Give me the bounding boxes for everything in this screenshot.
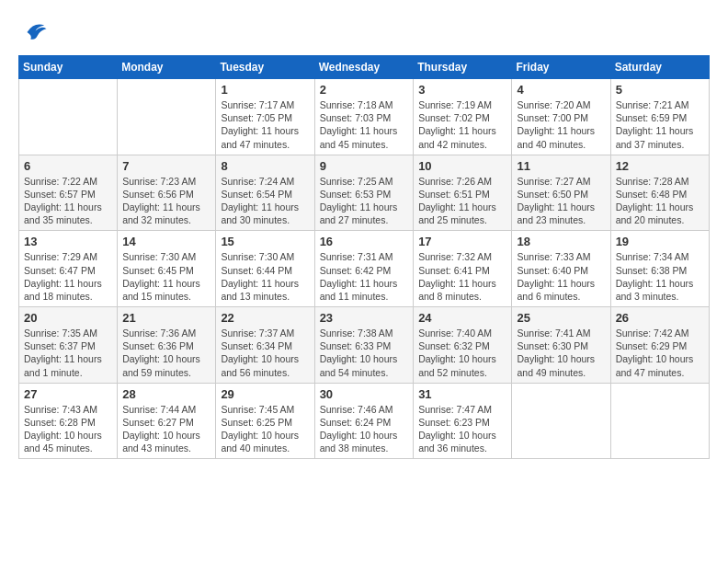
calendar-cell: 30Sunrise: 7:46 AMSunset: 6:24 PMDayligh…: [314, 383, 414, 459]
day-number: 21: [122, 311, 210, 325]
calendar-cell: 2Sunrise: 7:18 AMSunset: 7:03 PMDaylight…: [314, 79, 414, 155]
calendar-cell: 14Sunrise: 7:30 AMSunset: 6:45 PMDayligh…: [118, 231, 216, 307]
day-info: Sunrise: 7:28 AMSunset: 6:48 PMDaylight:…: [616, 175, 704, 227]
day-number: 10: [418, 159, 506, 173]
day-number: 24: [418, 311, 506, 325]
calendar-cell: 22Sunrise: 7:37 AMSunset: 6:34 PMDayligh…: [216, 307, 314, 384]
day-number: 18: [517, 235, 605, 248]
calendar-cell: 26Sunrise: 7:42 AMSunset: 6:29 PMDayligh…: [610, 307, 709, 384]
calendar-cell: 17Sunrise: 7:32 AMSunset: 6:41 PMDayligh…: [414, 231, 512, 307]
weekday-header-monday: Monday: [118, 56, 216, 79]
weekday-header-wednesday: Wednesday: [314, 56, 414, 79]
day-info: Sunrise: 7:20 AMSunset: 7:00 PMDaylight:…: [517, 98, 605, 151]
calendar-cell: 8Sunrise: 7:24 AMSunset: 6:54 PMDaylight…: [216, 155, 314, 231]
page-header: [18, 18, 710, 46]
calendar-cell: 20Sunrise: 7:35 AMSunset: 6:37 PMDayligh…: [19, 307, 118, 384]
day-info: Sunrise: 7:21 AMSunset: 6:59 PMDaylight:…: [616, 98, 704, 151]
calendar-cell: 31Sunrise: 7:47 AMSunset: 6:23 PMDayligh…: [414, 383, 512, 459]
weekday-header-thursday: Thursday: [414, 56, 512, 79]
calendar-week-row: 27Sunrise: 7:43 AMSunset: 6:28 PMDayligh…: [19, 383, 710, 459]
day-number: 20: [24, 311, 112, 325]
calendar-cell: 12Sunrise: 7:28 AMSunset: 6:48 PMDayligh…: [610, 155, 709, 231]
calendar-cell: 25Sunrise: 7:41 AMSunset: 6:30 PMDayligh…: [512, 307, 610, 384]
day-number: 15: [221, 235, 309, 248]
day-number: 22: [221, 311, 309, 325]
day-info: Sunrise: 7:27 AMSunset: 6:50 PMDaylight:…: [517, 175, 605, 227]
day-number: 2: [320, 83, 409, 97]
day-info: Sunrise: 7:26 AMSunset: 6:51 PMDaylight:…: [418, 175, 506, 227]
day-info: Sunrise: 7:24 AMSunset: 6:54 PMDaylight:…: [221, 175, 309, 227]
calendar-cell: 28Sunrise: 7:44 AMSunset: 6:27 PMDayligh…: [118, 383, 216, 459]
calendar-cell: 1Sunrise: 7:17 AMSunset: 7:05 PMDaylight…: [216, 79, 314, 155]
day-number: 25: [517, 311, 605, 325]
calendar-week-row: 13Sunrise: 7:29 AMSunset: 6:47 PMDayligh…: [19, 231, 710, 307]
calendar-cell: 15Sunrise: 7:30 AMSunset: 6:44 PMDayligh…: [216, 231, 314, 307]
logo: [18, 18, 48, 46]
day-info: Sunrise: 7:30 AMSunset: 6:44 PMDaylight:…: [221, 250, 309, 303]
calendar-cell: 6Sunrise: 7:22 AMSunset: 6:57 PMDaylight…: [19, 155, 118, 231]
weekday-header-sunday: Sunday: [19, 56, 118, 79]
calendar-cell: [19, 79, 118, 155]
day-info: Sunrise: 7:30 AMSunset: 6:45 PMDaylight:…: [122, 250, 210, 303]
day-number: 11: [517, 159, 605, 173]
day-info: Sunrise: 7:38 AMSunset: 6:33 PMDaylight:…: [320, 327, 409, 379]
calendar-cell: 13Sunrise: 7:29 AMSunset: 6:47 PMDayligh…: [19, 231, 118, 307]
calendar-cell: 18Sunrise: 7:33 AMSunset: 6:40 PMDayligh…: [512, 231, 610, 307]
day-info: Sunrise: 7:17 AMSunset: 7:05 PMDaylight:…: [221, 98, 309, 151]
day-number: 28: [122, 387, 210, 401]
day-number: 23: [320, 311, 409, 325]
day-number: 4: [517, 83, 605, 97]
day-info: Sunrise: 7:47 AMSunset: 6:23 PMDaylight:…: [418, 403, 506, 455]
calendar-cell: 23Sunrise: 7:38 AMSunset: 6:33 PMDayligh…: [314, 307, 414, 384]
day-info: Sunrise: 7:22 AMSunset: 6:57 PMDaylight:…: [24, 175, 112, 227]
day-number: 31: [418, 387, 506, 401]
calendar-week-row: 6Sunrise: 7:22 AMSunset: 6:57 PMDaylight…: [19, 155, 710, 231]
day-info: Sunrise: 7:33 AMSunset: 6:40 PMDaylight:…: [517, 250, 605, 303]
day-number: 9: [320, 159, 409, 173]
day-number: 13: [24, 235, 112, 248]
weekday-header-saturday: Saturday: [610, 56, 709, 79]
weekday-header-friday: Friday: [512, 56, 610, 79]
day-info: Sunrise: 7:23 AMSunset: 6:56 PMDaylight:…: [122, 175, 210, 227]
day-number: 7: [122, 159, 210, 173]
day-info: Sunrise: 7:46 AMSunset: 6:24 PMDaylight:…: [320, 403, 409, 455]
calendar-cell: 10Sunrise: 7:26 AMSunset: 6:51 PMDayligh…: [414, 155, 512, 231]
calendar-cell: [610, 383, 709, 459]
calendar-cell: 4Sunrise: 7:20 AMSunset: 7:00 PMDaylight…: [512, 79, 610, 155]
calendar-week-row: 20Sunrise: 7:35 AMSunset: 6:37 PMDayligh…: [19, 307, 710, 384]
weekday-header-row: SundayMondayTuesdayWednesdayThursdayFrid…: [19, 56, 710, 79]
day-info: Sunrise: 7:34 AMSunset: 6:38 PMDaylight:…: [616, 250, 704, 303]
day-info: Sunrise: 7:42 AMSunset: 6:29 PMDaylight:…: [616, 327, 704, 379]
calendar-cell: 5Sunrise: 7:21 AMSunset: 6:59 PMDaylight…: [610, 79, 709, 155]
day-number: 8: [221, 159, 309, 173]
day-info: Sunrise: 7:36 AMSunset: 6:36 PMDaylight:…: [122, 327, 210, 379]
calendar-table: SundayMondayTuesdayWednesdayThursdayFrid…: [18, 55, 710, 459]
weekday-header-tuesday: Tuesday: [216, 56, 314, 79]
calendar-cell: 3Sunrise: 7:19 AMSunset: 7:02 PMDaylight…: [414, 79, 512, 155]
day-number: 16: [320, 235, 409, 248]
day-info: Sunrise: 7:41 AMSunset: 6:30 PMDaylight:…: [517, 327, 605, 379]
logo-bird-icon: [20, 18, 48, 46]
day-info: Sunrise: 7:19 AMSunset: 7:02 PMDaylight:…: [418, 98, 506, 151]
calendar-cell: [118, 79, 216, 155]
day-info: Sunrise: 7:43 AMSunset: 6:28 PMDaylight:…: [24, 403, 112, 455]
day-number: 6: [24, 159, 112, 173]
calendar-cell: 11Sunrise: 7:27 AMSunset: 6:50 PMDayligh…: [512, 155, 610, 231]
calendar-cell: 21Sunrise: 7:36 AMSunset: 6:36 PMDayligh…: [118, 307, 216, 384]
day-number: 29: [221, 387, 309, 401]
day-number: 3: [418, 83, 506, 97]
day-info: Sunrise: 7:18 AMSunset: 7:03 PMDaylight:…: [320, 98, 409, 151]
day-info: Sunrise: 7:35 AMSunset: 6:37 PMDaylight:…: [24, 327, 112, 379]
calendar-cell: 19Sunrise: 7:34 AMSunset: 6:38 PMDayligh…: [610, 231, 709, 307]
day-number: 19: [616, 235, 704, 248]
day-number: 5: [616, 83, 704, 97]
day-number: 17: [418, 235, 506, 248]
day-info: Sunrise: 7:44 AMSunset: 6:27 PMDaylight:…: [122, 403, 210, 455]
calendar-cell: 29Sunrise: 7:45 AMSunset: 6:25 PMDayligh…: [216, 383, 314, 459]
calendar-cell: [512, 383, 610, 459]
day-info: Sunrise: 7:25 AMSunset: 6:53 PMDaylight:…: [320, 175, 409, 227]
day-number: 1: [221, 83, 309, 97]
calendar-cell: 24Sunrise: 7:40 AMSunset: 6:32 PMDayligh…: [414, 307, 512, 384]
calendar-cell: 27Sunrise: 7:43 AMSunset: 6:28 PMDayligh…: [19, 383, 118, 459]
day-info: Sunrise: 7:40 AMSunset: 6:32 PMDaylight:…: [418, 327, 506, 379]
